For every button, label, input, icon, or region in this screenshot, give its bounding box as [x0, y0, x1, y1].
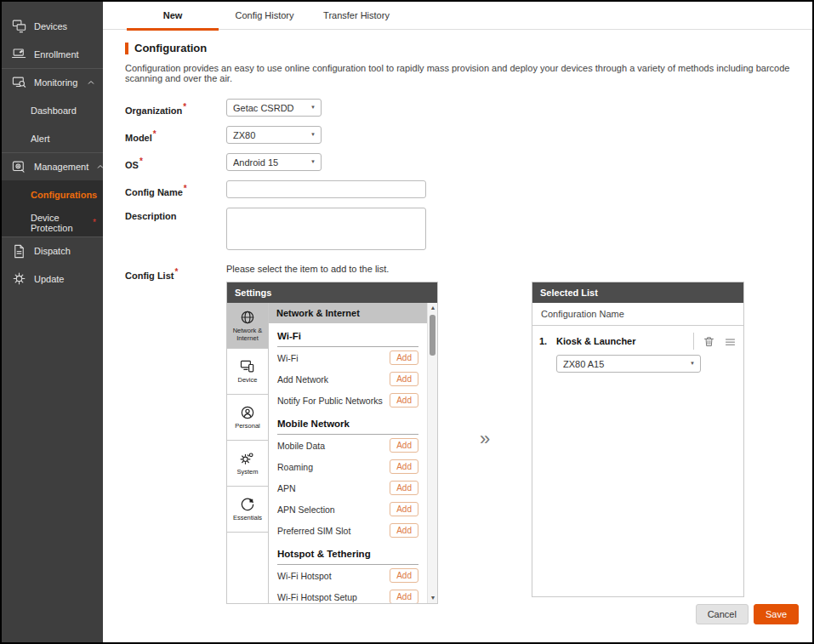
cancel-button[interactable]: Cancel [696, 604, 749, 624]
devices-icon [10, 18, 27, 35]
selected-list-panel: Selected List Configuration Name 1. Kios… [532, 282, 744, 597]
config-list-row: Config List* Please select the item to a… [125, 264, 812, 604]
sidebar-item-label: Management [34, 162, 88, 172]
scrollbar[interactable]: ▲ ▼ [427, 303, 437, 603]
sidebar-item-devices[interactable]: Devices [2, 12, 103, 40]
trash-icon[interactable] [703, 335, 715, 348]
organization-select-wrap: Getac CSRDD [226, 99, 322, 117]
tab-transfer-history[interactable]: Transfer History [310, 2, 402, 29]
title-accent-bar [125, 43, 128, 54]
settings-category-tabs: Network & Internet Device Personal [227, 303, 269, 603]
tab-config-history[interactable]: Config History [219, 2, 310, 29]
selected-item-config-select[interactable]: ZX80 A15 [556, 355, 701, 373]
update-icon [10, 271, 27, 288]
sidebar-item-label: Monitoring [34, 77, 77, 88]
add-button[interactable]: Add [390, 523, 418, 538]
sidebar-item-configurations[interactable]: Configurations [2, 180, 103, 208]
description-textarea[interactable] [226, 208, 426, 250]
organization-select[interactable]: Getac CSRDD [226, 99, 322, 117]
footer-actions: Cancel Save [696, 604, 799, 624]
os-row: OS* Android 15 [125, 153, 812, 171]
alert-badge: * [93, 218, 96, 227]
sidebar-item-monitoring[interactable]: Monitoring [2, 68, 103, 96]
config-name-input[interactable] [226, 180, 426, 198]
selected-item-select-wrap: ZX80 A15 [556, 355, 701, 373]
globe-icon [239, 309, 256, 326]
tab-network-internet[interactable]: Network & Internet [227, 303, 268, 349]
save-button[interactable]: Save [754, 604, 799, 624]
tab-system[interactable]: System [227, 441, 268, 487]
required-mark: * [139, 157, 143, 166]
device-icon [239, 358, 256, 375]
list-item: Add Network Add [269, 368, 427, 390]
section-title-mobile-network: Mobile Network [277, 411, 418, 435]
settings-panel: Settings Network & Internet D [226, 282, 438, 604]
sidebar-item-alert[interactable]: Alert [2, 124, 103, 152]
add-button[interactable]: Add [390, 502, 418, 516]
enrollment-icon [10, 46, 27, 63]
add-button[interactable]: Add [390, 393, 418, 407]
page-description: Configuration provides an easy to use on… [125, 63, 812, 83]
add-button[interactable]: Add [390, 481, 418, 495]
scroll-down-icon[interactable]: ▼ [428, 593, 437, 603]
configuration-section: Configuration Configuration provides an … [103, 30, 812, 604]
model-row: Model* ZX80 [125, 126, 812, 144]
description-row: Description [125, 208, 812, 250]
add-button[interactable]: Add [390, 350, 418, 365]
selected-item-index: 1. [539, 336, 556, 346]
sidebar-item-label: Alert [31, 134, 50, 144]
panels-row: Settings Network & Internet D [226, 282, 744, 604]
list-item: Roaming Add [269, 456, 427, 477]
add-button[interactable]: Add [390, 568, 418, 583]
management-icon [10, 158, 27, 175]
add-button[interactable]: Add [390, 459, 418, 474]
page-title: Configuration [125, 42, 812, 54]
scrollbar-thumb[interactable] [430, 315, 435, 356]
app-window: Devices Enrollment Monitoring Dashboard … [0, 0, 814, 644]
tab-new[interactable]: New [127, 2, 219, 29]
sidebar-item-update[interactable]: Update [2, 265, 103, 293]
section-title-wifi: Wi-Fi [277, 323, 418, 347]
chevron-up-icon [86, 77, 96, 88]
os-select[interactable]: Android 15 [226, 153, 322, 171]
selected-list-title: Selected List [532, 282, 743, 303]
list-item: Notify For Public Networks Add [269, 390, 427, 411]
settings-panel-body: Network & Internet Device Personal [227, 303, 437, 603]
sidebar-item-management[interactable]: Management [2, 152, 103, 180]
settings-panel-title: Settings [227, 282, 437, 303]
drag-handle-icon[interactable] [724, 335, 737, 348]
config-list-hint: Please select the item to add to the lis… [226, 264, 744, 274]
os-select-wrap: Android 15 [226, 153, 322, 171]
add-button[interactable]: Add [390, 372, 418, 386]
list-item: APN Selection Add [269, 499, 427, 520]
tab-bar: New Config History Transfer History [103, 2, 812, 30]
config-list-area: Please select the item to add to the lis… [226, 264, 744, 604]
sidebar-item-device-protection[interactable]: Device Protection * [2, 208, 103, 237]
sidebar-item-label: Enrollment [34, 49, 79, 60]
sidebar-item-dispatch[interactable]: Dispatch [2, 237, 103, 265]
add-button[interactable]: Add [390, 590, 418, 603]
section-title-hotspot: Hotspot & Tethering [277, 541, 418, 565]
scroll-up-icon[interactable]: ▲ [428, 303, 437, 313]
essentials-icon [239, 496, 256, 513]
list-item: APN Add [269, 477, 427, 499]
list-item: Mobile Data Add [269, 435, 427, 456]
tab-device[interactable]: Device [227, 349, 268, 395]
required-mark: * [174, 267, 178, 276]
model-select[interactable]: ZX80 [226, 126, 322, 144]
main-content: New Config History Transfer History Conf… [103, 2, 812, 642]
sidebar: Devices Enrollment Monitoring Dashboard … [2, 2, 103, 642]
model-select-wrap: ZX80 [226, 126, 322, 144]
required-mark: * [184, 184, 187, 193]
tab-personal[interactable]: Personal [227, 395, 268, 441]
sidebar-item-enrollment[interactable]: Enrollment [2, 40, 103, 68]
selected-item-name: Kiosk & Launcher [556, 336, 693, 346]
config-name-label: Config Name* [125, 180, 226, 198]
list-item: Preferred SIM Slot Add [269, 520, 427, 541]
tab-essentials[interactable]: Essentials [227, 487, 268, 533]
sidebar-item-dashboard[interactable]: Dashboard [2, 96, 103, 124]
sidebar-item-label: Device Protection [31, 213, 84, 233]
transfer-chevron-icon[interactable]: » [438, 428, 532, 450]
add-button[interactable]: Add [390, 438, 418, 453]
list-item: Wi-Fi Hotspot Setup Add [269, 586, 427, 603]
